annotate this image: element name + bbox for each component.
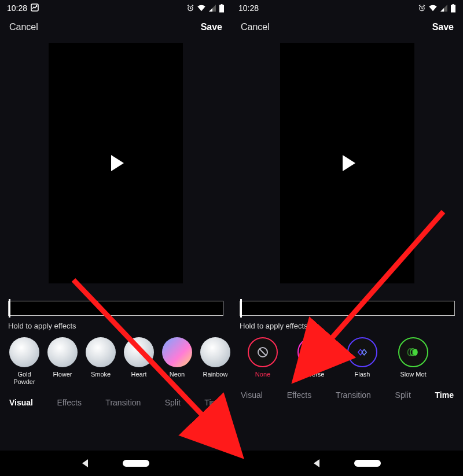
recent-app-icon: [31, 3, 39, 13]
screenshots-container: 10:28 Cancel Save: [0, 0, 463, 476]
effect-heart[interactable]: Heart: [123, 337, 155, 385]
status-time: 10:28: [238, 3, 259, 13]
effect-smoke[interactable]: Smoke: [84, 337, 117, 385]
effect-label: Gold Powder: [8, 371, 41, 385]
timeline-scrubber[interactable]: [8, 301, 223, 316]
cellular-icon: [440, 4, 448, 12]
effect-category-tabs: Visual Effects Transition Split Time: [0, 385, 232, 412]
status-bar: 10:28: [0, 0, 232, 16]
save-button[interactable]: Save: [201, 22, 222, 32]
visual-effects-list[interactable]: Gold Powder Flower Smoke Heart Neon Rain…: [0, 337, 232, 385]
timeline-cursor[interactable]: [240, 299, 242, 318]
android-nav-bar: [0, 451, 232, 476]
effect-label: Flash: [355, 371, 370, 378]
hourglass-icon: [297, 337, 328, 367]
effect-label: Slow Mot: [400, 371, 426, 378]
tab-time[interactable]: Time: [204, 398, 222, 407]
svg-rect-4: [219, 5, 224, 12]
effect-category-tabs: Visual Effects Transition Split Time: [232, 378, 463, 404]
svg-point-1: [36, 5, 37, 6]
timeline-cursor[interactable]: [9, 299, 10, 318]
play-icon[interactable]: [111, 155, 124, 171]
effect-slow-motion[interactable]: Slow Mot: [395, 337, 432, 378]
effect-label: Reverse: [301, 371, 325, 378]
diamond-icon: [347, 337, 377, 367]
effect-label: Smoke: [91, 371, 111, 378]
video-preview-area: [232, 43, 463, 283]
tab-transition[interactable]: Transition: [105, 398, 141, 407]
svg-rect-3: [221, 4, 223, 5]
tab-time[interactable]: Time: [435, 390, 454, 400]
effect-flash[interactable]: Flash: [345, 337, 380, 378]
effect-label: Flower: [53, 371, 72, 378]
effect-label: None: [255, 371, 270, 378]
play-icon[interactable]: [343, 155, 355, 171]
effect-label: Neon: [170, 371, 185, 378]
slow-motion-icon: [398, 337, 428, 367]
screen-visual-effects: 10:28 Cancel Save: [0, 0, 232, 476]
no-entry-icon: [248, 337, 278, 367]
video-preview[interactable]: [49, 43, 183, 283]
effect-flower[interactable]: Flower: [46, 337, 79, 385]
effect-gold-powder[interactable]: Gold Powder: [8, 337, 41, 385]
effect-thumb: [124, 337, 154, 367]
svg-rect-7: [451, 5, 455, 12]
effect-thumb: [47, 337, 78, 367]
effect-rainbow[interactable]: Rainbow: [199, 337, 232, 385]
effect-thumb: [162, 337, 192, 367]
nav-home-pill[interactable]: [354, 460, 381, 467]
alarm-icon: [186, 4, 194, 12]
tab-split[interactable]: Split: [395, 390, 411, 400]
cancel-button[interactable]: Cancel: [9, 22, 38, 32]
effect-neon[interactable]: Neon: [161, 337, 193, 385]
timeline-scrubber[interactable]: [240, 301, 455, 316]
effect-reverse[interactable]: Reverse: [295, 337, 330, 378]
alarm-icon: [418, 4, 426, 12]
tab-split[interactable]: Split: [165, 398, 181, 407]
wifi-icon: [428, 4, 438, 12]
tab-transition[interactable]: Transition: [336, 390, 371, 400]
effect-thumb: [86, 337, 116, 367]
effect-none[interactable]: None: [245, 337, 280, 378]
tab-visual[interactable]: Visual: [9, 398, 33, 407]
effects-hint: Hold to apply effects: [232, 316, 463, 337]
svg-rect-6: [453, 4, 454, 5]
tab-visual[interactable]: Visual: [241, 390, 263, 400]
nav-back-icon[interactable]: [314, 459, 319, 467]
effects-hint: Hold to apply effects: [0, 316, 232, 337]
editor-header: Cancel Save: [232, 16, 463, 38]
effect-label: Rainbow: [203, 371, 228, 378]
nav-back-icon[interactable]: [82, 459, 88, 467]
status-time: 10:28: [7, 3, 27, 13]
video-preview[interactable]: [280, 43, 414, 283]
nav-home-pill[interactable]: [123, 460, 149, 467]
editor-header: Cancel Save: [0, 16, 232, 38]
effect-label: Heart: [131, 371, 147, 378]
svg-point-12: [413, 349, 418, 356]
battery-icon: [219, 4, 225, 13]
wifi-icon: [197, 4, 206, 12]
battery-icon: [450, 4, 456, 13]
svg-line-9: [259, 349, 266, 355]
effect-thumb: [200, 337, 230, 367]
screen-time-effects: 10:28 Cancel Save Hold to apply effects: [232, 0, 463, 476]
android-nav-bar: [232, 451, 463, 476]
video-preview-area: [0, 43, 232, 283]
cancel-button[interactable]: Cancel: [241, 22, 270, 32]
tab-effects[interactable]: Effects: [287, 390, 312, 400]
tab-effects[interactable]: Effects: [57, 398, 82, 407]
time-effects-list[interactable]: None Reverse Flash Slow Mot: [232, 337, 463, 378]
effect-thumb: [9, 337, 39, 367]
cellular-icon: [208, 4, 216, 12]
status-bar: 10:28: [232, 0, 463, 16]
save-button[interactable]: Save: [432, 22, 454, 32]
